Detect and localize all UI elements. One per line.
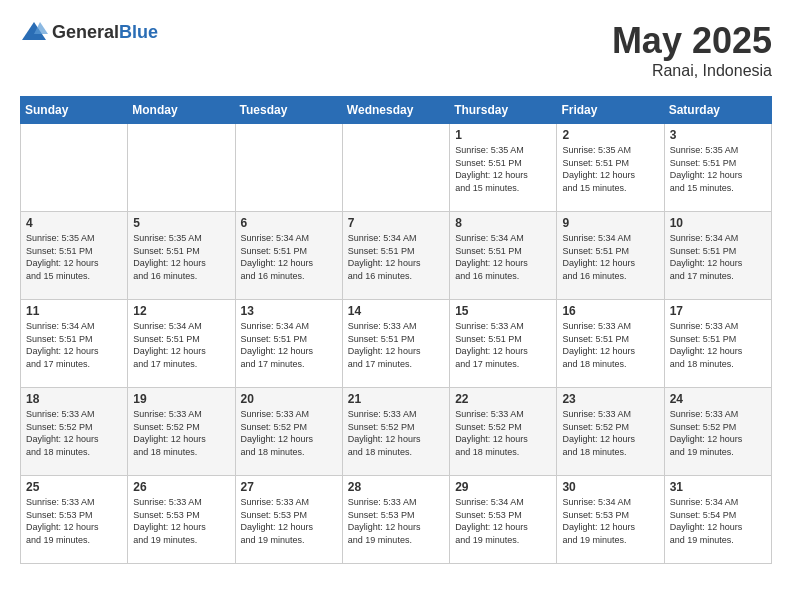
- day-cell: 7Sunrise: 5:34 AM Sunset: 5:51 PM Daylig…: [342, 212, 449, 300]
- day-info: Sunrise: 5:33 AM Sunset: 5:52 PM Dayligh…: [133, 408, 229, 458]
- page-header: GeneralBlue May 2025 Ranai, Indonesia: [20, 20, 772, 80]
- day-cell: 4Sunrise: 5:35 AM Sunset: 5:51 PM Daylig…: [21, 212, 128, 300]
- logo-general-text: General: [52, 22, 119, 42]
- day-number: 1: [455, 128, 551, 142]
- day-number: 29: [455, 480, 551, 494]
- header-day: Tuesday: [235, 97, 342, 124]
- day-cell: 21Sunrise: 5:33 AM Sunset: 5:52 PM Dayli…: [342, 388, 449, 476]
- week-row: 11Sunrise: 5:34 AM Sunset: 5:51 PM Dayli…: [21, 300, 772, 388]
- day-number: 21: [348, 392, 444, 406]
- day-number: 30: [562, 480, 658, 494]
- month-title: May 2025: [612, 20, 772, 62]
- header-day: Monday: [128, 97, 235, 124]
- day-cell: 25Sunrise: 5:33 AM Sunset: 5:53 PM Dayli…: [21, 476, 128, 564]
- day-info: Sunrise: 5:35 AM Sunset: 5:51 PM Dayligh…: [455, 144, 551, 194]
- day-cell: 27Sunrise: 5:33 AM Sunset: 5:53 PM Dayli…: [235, 476, 342, 564]
- day-number: 27: [241, 480, 337, 494]
- day-cell: 1Sunrise: 5:35 AM Sunset: 5:51 PM Daylig…: [450, 124, 557, 212]
- day-info: Sunrise: 5:34 AM Sunset: 5:51 PM Dayligh…: [241, 232, 337, 282]
- day-cell: [235, 124, 342, 212]
- day-info: Sunrise: 5:35 AM Sunset: 5:51 PM Dayligh…: [562, 144, 658, 194]
- header-day: Friday: [557, 97, 664, 124]
- day-number: 20: [241, 392, 337, 406]
- day-info: Sunrise: 5:34 AM Sunset: 5:51 PM Dayligh…: [455, 232, 551, 282]
- day-cell: 23Sunrise: 5:33 AM Sunset: 5:52 PM Dayli…: [557, 388, 664, 476]
- header-day: Thursday: [450, 97, 557, 124]
- day-info: Sunrise: 5:34 AM Sunset: 5:51 PM Dayligh…: [241, 320, 337, 370]
- calendar-body: 1Sunrise: 5:35 AM Sunset: 5:51 PM Daylig…: [21, 124, 772, 564]
- day-cell: [128, 124, 235, 212]
- day-info: Sunrise: 5:34 AM Sunset: 5:51 PM Dayligh…: [562, 232, 658, 282]
- day-number: 26: [133, 480, 229, 494]
- day-number: 24: [670, 392, 766, 406]
- day-info: Sunrise: 5:34 AM Sunset: 5:51 PM Dayligh…: [133, 320, 229, 370]
- day-info: Sunrise: 5:33 AM Sunset: 5:52 PM Dayligh…: [455, 408, 551, 458]
- day-info: Sunrise: 5:33 AM Sunset: 5:52 PM Dayligh…: [241, 408, 337, 458]
- day-info: Sunrise: 5:33 AM Sunset: 5:53 PM Dayligh…: [348, 496, 444, 546]
- day-info: Sunrise: 5:33 AM Sunset: 5:52 PM Dayligh…: [348, 408, 444, 458]
- day-number: 23: [562, 392, 658, 406]
- day-info: Sunrise: 5:33 AM Sunset: 5:51 PM Dayligh…: [348, 320, 444, 370]
- day-number: 16: [562, 304, 658, 318]
- day-number: 19: [133, 392, 229, 406]
- logo-icon: [20, 20, 48, 44]
- day-number: 6: [241, 216, 337, 230]
- day-info: Sunrise: 5:33 AM Sunset: 5:53 PM Dayligh…: [241, 496, 337, 546]
- day-number: 14: [348, 304, 444, 318]
- day-cell: 11Sunrise: 5:34 AM Sunset: 5:51 PM Dayli…: [21, 300, 128, 388]
- day-info: Sunrise: 5:35 AM Sunset: 5:51 PM Dayligh…: [26, 232, 122, 282]
- day-number: 31: [670, 480, 766, 494]
- day-info: Sunrise: 5:35 AM Sunset: 5:51 PM Dayligh…: [133, 232, 229, 282]
- day-info: Sunrise: 5:33 AM Sunset: 5:51 PM Dayligh…: [670, 320, 766, 370]
- header-row: SundayMondayTuesdayWednesdayThursdayFrid…: [21, 97, 772, 124]
- day-number: 13: [241, 304, 337, 318]
- day-info: Sunrise: 5:33 AM Sunset: 5:53 PM Dayligh…: [133, 496, 229, 546]
- location-title: Ranai, Indonesia: [612, 62, 772, 80]
- header-day: Wednesday: [342, 97, 449, 124]
- week-row: 1Sunrise: 5:35 AM Sunset: 5:51 PM Daylig…: [21, 124, 772, 212]
- header-day: Saturday: [664, 97, 771, 124]
- day-info: Sunrise: 5:34 AM Sunset: 5:53 PM Dayligh…: [455, 496, 551, 546]
- day-number: 10: [670, 216, 766, 230]
- day-number: 22: [455, 392, 551, 406]
- day-number: 7: [348, 216, 444, 230]
- day-cell: 14Sunrise: 5:33 AM Sunset: 5:51 PM Dayli…: [342, 300, 449, 388]
- day-number: 9: [562, 216, 658, 230]
- day-cell: 13Sunrise: 5:34 AM Sunset: 5:51 PM Dayli…: [235, 300, 342, 388]
- day-cell: [342, 124, 449, 212]
- day-cell: 2Sunrise: 5:35 AM Sunset: 5:51 PM Daylig…: [557, 124, 664, 212]
- day-info: Sunrise: 5:34 AM Sunset: 5:51 PM Dayligh…: [26, 320, 122, 370]
- day-number: 25: [26, 480, 122, 494]
- week-row: 4Sunrise: 5:35 AM Sunset: 5:51 PM Daylig…: [21, 212, 772, 300]
- calendar-table: SundayMondayTuesdayWednesdayThursdayFrid…: [20, 96, 772, 564]
- day-number: 17: [670, 304, 766, 318]
- day-cell: 6Sunrise: 5:34 AM Sunset: 5:51 PM Daylig…: [235, 212, 342, 300]
- day-info: Sunrise: 5:34 AM Sunset: 5:54 PM Dayligh…: [670, 496, 766, 546]
- week-row: 18Sunrise: 5:33 AM Sunset: 5:52 PM Dayli…: [21, 388, 772, 476]
- day-cell: 18Sunrise: 5:33 AM Sunset: 5:52 PM Dayli…: [21, 388, 128, 476]
- day-info: Sunrise: 5:34 AM Sunset: 5:51 PM Dayligh…: [670, 232, 766, 282]
- day-cell: 17Sunrise: 5:33 AM Sunset: 5:51 PM Dayli…: [664, 300, 771, 388]
- week-row: 25Sunrise: 5:33 AM Sunset: 5:53 PM Dayli…: [21, 476, 772, 564]
- day-number: 11: [26, 304, 122, 318]
- day-number: 4: [26, 216, 122, 230]
- day-info: Sunrise: 5:33 AM Sunset: 5:53 PM Dayligh…: [26, 496, 122, 546]
- calendar-header: SundayMondayTuesdayWednesdayThursdayFrid…: [21, 97, 772, 124]
- day-number: 3: [670, 128, 766, 142]
- day-cell: 26Sunrise: 5:33 AM Sunset: 5:53 PM Dayli…: [128, 476, 235, 564]
- day-cell: 3Sunrise: 5:35 AM Sunset: 5:51 PM Daylig…: [664, 124, 771, 212]
- day-cell: 10Sunrise: 5:34 AM Sunset: 5:51 PM Dayli…: [664, 212, 771, 300]
- day-number: 5: [133, 216, 229, 230]
- day-cell: [21, 124, 128, 212]
- day-cell: 30Sunrise: 5:34 AM Sunset: 5:53 PM Dayli…: [557, 476, 664, 564]
- day-number: 15: [455, 304, 551, 318]
- day-info: Sunrise: 5:33 AM Sunset: 5:52 PM Dayligh…: [562, 408, 658, 458]
- day-cell: 24Sunrise: 5:33 AM Sunset: 5:52 PM Dayli…: [664, 388, 771, 476]
- logo-blue-text: Blue: [119, 22, 158, 42]
- day-info: Sunrise: 5:33 AM Sunset: 5:52 PM Dayligh…: [670, 408, 766, 458]
- day-info: Sunrise: 5:33 AM Sunset: 5:51 PM Dayligh…: [455, 320, 551, 370]
- day-number: 18: [26, 392, 122, 406]
- title-block: May 2025 Ranai, Indonesia: [612, 20, 772, 80]
- day-number: 28: [348, 480, 444, 494]
- day-info: Sunrise: 5:33 AM Sunset: 5:51 PM Dayligh…: [562, 320, 658, 370]
